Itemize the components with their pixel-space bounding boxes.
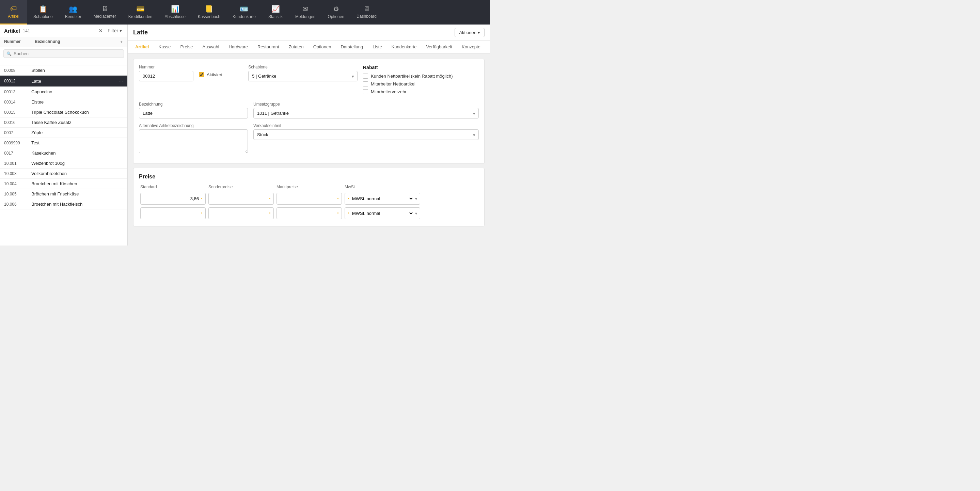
mwst-select-1[interactable]: MWSt. normal: [351, 196, 414, 202]
nav-label-schablone: Schablone: [33, 14, 53, 19]
nav-label-benutzer: Benutzer: [65, 14, 81, 19]
tab-optionen[interactable]: Optionen: [309, 41, 336, 54]
rabatt-check-3[interactable]: [363, 89, 368, 94]
nav-label-kundenkarte: Kundenkarte: [232, 14, 256, 19]
alt-bezeichnung-textarea[interactable]: [139, 129, 248, 153]
nav-item-optionen[interactable]: ⚙Optionen: [321, 0, 350, 24]
price-input-markt-2[interactable]: [280, 211, 335, 216]
mwst-select-2[interactable]: MWSt. normal: [351, 210, 414, 216]
search-input[interactable]: [14, 51, 121, 56]
nav-icon-statistik: 📈: [271, 5, 280, 13]
umsatzgruppe-group: Umsatzgruppe 1011 | Getränke: [253, 102, 479, 119]
item-bezeichnung: Vollkornbroetchen: [31, 171, 123, 176]
filter-button[interactable]: Filter ▾: [106, 27, 123, 34]
clear-button[interactable]: ✕: [97, 27, 104, 34]
tab-restaurant[interactable]: Restaurant: [253, 41, 284, 54]
tab-zutaten[interactable]: Zutaten: [284, 41, 309, 54]
price-cell-sonder-1: ·: [207, 191, 275, 206]
bezeichnung-group: Bezeichnung: [139, 102, 248, 119]
add-item-button[interactable]: ＋: [119, 39, 123, 45]
tab-darstellung[interactable]: Darstellung: [336, 41, 368, 54]
nav-label-artikel: Artikel: [8, 14, 19, 19]
list-item[interactable]: 00016Tasse Kaffee Zusatz: [0, 118, 127, 128]
nav-item-abschluesse[interactable]: 📊Abschlüsse: [159, 0, 192, 24]
price-input-standard-1[interactable]: [143, 196, 199, 201]
nav-icon-meldungen: ✉: [302, 5, 308, 13]
list-item[interactable]: 00008Stollen: [0, 65, 127, 76]
nav-item-kreditkunden[interactable]: 💳Kreditkunden: [122, 0, 159, 24]
nav-item-benutzer[interactable]: 👥Benutzer: [59, 0, 88, 24]
aktiviert-checkbox-row: Aktiviert: [199, 72, 222, 77]
price-input-markt-1[interactable]: [280, 196, 335, 201]
item-bezeichnung: Weizenbrot 100g: [31, 161, 123, 166]
tab-kundenkarte[interactable]: Kundenkarte: [387, 41, 422, 54]
price-input-sonder-2[interactable]: [212, 211, 267, 216]
rabatt-check-2[interactable]: [363, 81, 368, 86]
item-nummer: 10.005: [4, 192, 31, 197]
list-item[interactable]: 10.004Broetchen mit Kirschen: [0, 179, 127, 189]
preise-col-mwst: MwSt: [343, 184, 422, 191]
tab-auswahl[interactable]: Auswahl: [197, 41, 224, 54]
list-item[interactable]: 10.005Brötchen mit Frischkäse: [0, 189, 127, 199]
tab-hardware[interactable]: Hardware: [224, 41, 253, 54]
item-bezeichnung: Tasse Kaffee Zusatz: [31, 120, 123, 125]
list-item[interactable]: 0009999Test: [0, 138, 127, 148]
tab-kasse[interactable]: Kasse: [154, 41, 175, 54]
nav-item-mediacenter[interactable]: 🖥Mediacenter: [88, 0, 122, 24]
item-menu-icon[interactable]: ···: [119, 78, 123, 84]
verkaufseinheit-select[interactable]: Stück: [253, 129, 479, 140]
tab-verfuegbarkeit[interactable]: Verfügbarkeit: [421, 41, 457, 54]
verkaufseinheit-select-wrapper: Stück: [253, 129, 479, 140]
aktiviert-checkbox[interactable]: [199, 72, 204, 77]
rabatt-text-1: Kunden Nettoartikel (kein Rabatt möglich…: [371, 73, 453, 79]
nav-icon-schablone: 📋: [39, 5, 47, 13]
nav-item-kundenkarte[interactable]: 🪪Kundenkarte: [226, 0, 262, 24]
preise-grid: Standard Sonderpreise Marktpreise MwSt ·: [139, 184, 479, 221]
price-dot-markt-2: ·: [337, 210, 339, 217]
aktionen-chevron-icon: ▾: [478, 30, 480, 35]
nav-item-kassenbuch[interactable]: 📒Kassenbuch: [192, 0, 226, 24]
price-input-sonder-1[interactable]: [212, 196, 267, 201]
price-input-standard-2[interactable]: [143, 211, 199, 216]
mwst-wrapper-1: · MWSt. normal ▾: [345, 193, 420, 205]
nav-item-schablone[interactable]: 📋Schablone: [27, 0, 59, 24]
bezeichnung-input[interactable]: [139, 108, 248, 119]
price-cell-markt-2: ·: [275, 206, 343, 221]
mwst-arrow-2: ▾: [415, 211, 417, 216]
nav-item-meldungen[interactable]: ✉Meldungen: [289, 0, 321, 24]
aktiviert-group: Aktiviert: [199, 65, 222, 77]
price-cell-standard-1: ·: [139, 191, 207, 206]
price-cell-mwst-2: · MWSt. normal ▾: [343, 206, 422, 221]
nummer-input[interactable]: [139, 71, 193, 81]
nav-item-statistik[interactable]: 📈Statistik: [262, 0, 289, 24]
rabatt-check-1[interactable]: [363, 73, 368, 79]
nav-label-kassenbuch: Kassenbuch: [198, 14, 220, 19]
tab-preise[interactable]: Preise: [176, 41, 198, 54]
list-item[interactable]: 00012Latte···: [0, 76, 127, 87]
alt-bezeichnung-label: Alternative Artikelbezeichnung: [139, 123, 248, 128]
list-item[interactable]: [0, 60, 127, 65]
list-item[interactable]: 10.006Broetchen mit Hackfleisch: [0, 199, 127, 210]
list-item[interactable]: 00014Eistee: [0, 97, 127, 107]
form-row-1: Nummer Aktiviert Schablone: [139, 65, 479, 97]
list-item[interactable]: 10.001Weizenbrot 100g: [0, 158, 127, 168]
tab-liste[interactable]: Liste: [368, 41, 387, 54]
schablone-select[interactable]: 5 | Getränke: [248, 71, 358, 81]
list-item[interactable]: 0017Käsekuchen: [0, 148, 127, 158]
tab-selfcheckout[interactable]: SelfCheckout: [485, 41, 490, 54]
aktionen-button[interactable]: Aktionen ▾: [455, 28, 485, 37]
list-item[interactable]: 00015Triple Chocolate Schokokuch: [0, 107, 127, 118]
tab-konzepte[interactable]: Konzepte: [457, 41, 485, 54]
rabatt-item-2: Mitarbeiter Nettoartikel: [363, 81, 479, 86]
list-item[interactable]: 10.003Vollkornbroetchen: [0, 168, 127, 179]
list-item[interactable]: 0007Zöpfe: [0, 128, 127, 138]
rabatt-item-3: Mitarbeiterverzehr: [363, 89, 479, 94]
nav-item-dashboard[interactable]: 🖥Dashboard: [350, 0, 383, 24]
umsatzgruppe-select[interactable]: 1011 | Getränke: [253, 108, 479, 119]
tab-artikel[interactable]: Artikel: [130, 41, 154, 54]
list-item[interactable]: 00013Capuccino: [0, 87, 127, 97]
aktionen-label: Aktionen: [459, 30, 476, 35]
rabatt-text-2: Mitarbeiter Nettoartikel: [371, 81, 415, 86]
price-input-wrapper-standard-2: ·: [140, 207, 206, 219]
nav-item-artikel[interactable]: 🏷Artikel: [0, 0, 27, 24]
